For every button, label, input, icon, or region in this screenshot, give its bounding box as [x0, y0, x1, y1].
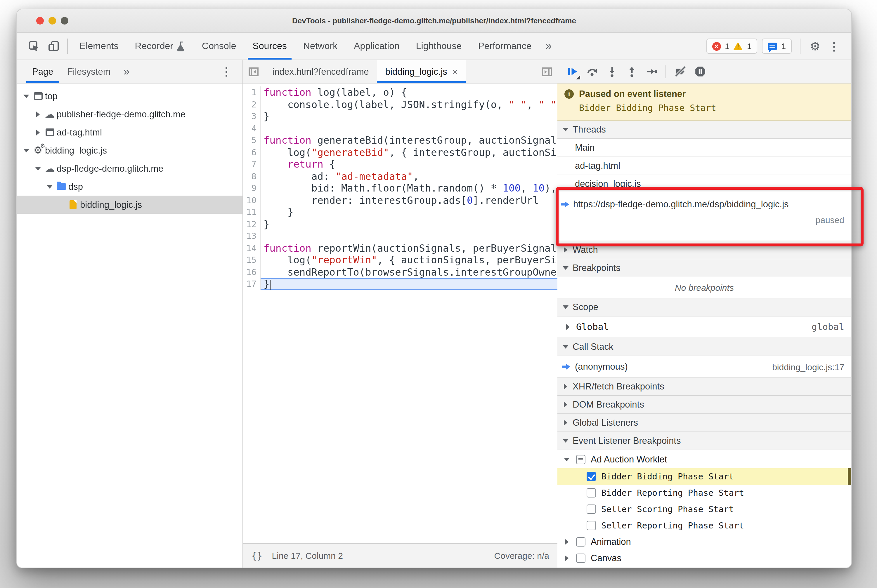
code-editor[interactable]: 1function log(label, o) {2 console.log(l…: [243, 84, 557, 543]
panel-tab-recorder[interactable]: Recorder: [126, 33, 194, 60]
panel-tab-performance[interactable]: Performance: [470, 33, 540, 60]
show-debugger-panel-icon[interactable]: [536, 60, 557, 83]
line-number[interactable]: 8: [243, 170, 260, 182]
thread-row-ad-tag-html[interactable]: ad-tag.html: [557, 157, 851, 175]
checkbox-indeterminate[interactable]: [576, 454, 585, 464]
frame-location-link[interactable]: bidding_logic.js:17: [772, 362, 844, 372]
step-out-icon[interactable]: [623, 63, 640, 80]
code-line-text[interactable]: log("generateBid", { interestGroup, auct…: [260, 146, 557, 158]
line-number[interactable]: 6: [243, 146, 260, 158]
listener-event-seller-scoring-phase-start[interactable]: Seller Scoring Phase Start: [557, 501, 851, 518]
kebab-menu-icon[interactable]: ⋮: [829, 40, 839, 52]
step-into-icon[interactable]: [603, 63, 620, 80]
pause-on-exceptions-icon[interactable]: [691, 63, 709, 80]
code-line-text[interactable]: }: [260, 218, 557, 230]
thread-row-paused[interactable]: https://dsp-fledge-demo.glitch.me/dsp/bi…: [557, 193, 851, 241]
line-number[interactable]: 4: [243, 122, 260, 134]
section-header-breakpoints[interactable]: Breakpoints: [557, 259, 851, 278]
inspect-element-icon[interactable]: [24, 33, 44, 60]
panel-tab-lighthouse[interactable]: Lighthouse: [408, 33, 470, 60]
panel-tab-console[interactable]: Console: [194, 33, 244, 60]
line-number[interactable]: 13: [243, 230, 260, 242]
pretty-print-icon[interactable]: {}: [251, 550, 263, 561]
section-header-scope[interactable]: Scope: [557, 298, 851, 316]
section-header-threads[interactable]: Threads: [557, 121, 851, 139]
editor-tab-bidding-logic-js[interactable]: bidding_logic.js×: [377, 60, 466, 83]
tree-item-top[interactable]: top: [17, 87, 242, 105]
code-line-text[interactable]: render: interestGroup.ads[0].renderUrl: [260, 194, 557, 206]
line-number[interactable]: 10: [243, 194, 260, 206]
close-tab-icon[interactable]: ×: [453, 67, 458, 76]
code-line-text[interactable]: }: [260, 278, 557, 290]
listener-category-animation[interactable]: Animation: [557, 534, 851, 550]
code-line-text[interactable]: ad: "ad-metadata",: [260, 170, 557, 182]
listener-category-canvas[interactable]: Canvas: [557, 550, 851, 566]
errors-warnings-badge[interactable]: ✕ 1 ! 1: [706, 39, 757, 54]
panel-tab-application[interactable]: Application: [346, 33, 408, 60]
tree-item-dsp[interactable]: dsp: [17, 177, 242, 196]
resume-dropdown-caret[interactable]: [576, 75, 580, 79]
checkbox-checked[interactable]: [587, 472, 596, 481]
thread-row-decision-logic-js[interactable]: decision_logic.js: [557, 175, 851, 193]
line-number[interactable]: 5: [243, 134, 260, 146]
code-line-text[interactable]: bid: Math.floor(Math.random() * 100, 10)…: [260, 182, 557, 194]
issues-badge[interactable]: 1: [762, 39, 792, 54]
tree-item-publisher-fledge-demo-glitch-me[interactable]: ☁publisher-fledge-demo.glitch.me: [17, 105, 242, 123]
editor-tab-index-html-fencedframe[interactable]: index.html?fencedframe: [264, 60, 377, 83]
code-line-text[interactable]: }: [260, 110, 557, 122]
scope-row-global[interactable]: Globalglobal: [557, 316, 851, 338]
call-stack-frame[interactable]: (anonymous)bidding_logic.js:17: [557, 356, 851, 378]
section-header-call-stack[interactable]: Call Stack: [557, 338, 851, 356]
line-number[interactable]: 14: [243, 242, 260, 254]
navigator-menu-icon[interactable]: ⋮: [215, 60, 238, 83]
line-number[interactable]: 7: [243, 158, 260, 170]
zoom-window-button[interactable]: [61, 17, 68, 24]
checkbox-unchecked[interactable]: [587, 521, 596, 530]
section-header-watch[interactable]: Watch: [557, 241, 851, 259]
line-number[interactable]: 9: [243, 182, 260, 194]
navigator-tab-filesystem[interactable]: Filesystem: [60, 60, 117, 83]
line-number[interactable]: 2: [243, 98, 260, 110]
close-window-button[interactable]: [36, 17, 44, 24]
more-navigator-tabs-chevron-icon[interactable]: »: [118, 60, 135, 83]
section-header-global-listeners[interactable]: Global Listeners: [557, 414, 851, 432]
line-number[interactable]: 1: [243, 86, 260, 98]
line-number[interactable]: 3: [243, 110, 260, 122]
thread-row-main[interactable]: Main: [557, 139, 851, 157]
panel-tab-network[interactable]: Network: [295, 33, 346, 60]
code-line-text[interactable]: function generateBid(interestGroup, auct…: [260, 134, 557, 146]
minimize-window-button[interactable]: [48, 17, 56, 24]
deactivate-breakpoints-icon[interactable]: [671, 63, 689, 80]
code-line-text[interactable]: sendReportTo(browserSignals.interestGrou…: [260, 266, 557, 278]
line-number[interactable]: 16: [243, 266, 260, 278]
section-header-dom-breakpoints[interactable]: DOM Breakpoints: [557, 396, 851, 414]
code-line-text[interactable]: [260, 230, 557, 242]
section-header-event-listener-breakpoints[interactable]: Event Listener Breakpoints: [557, 432, 851, 450]
code-line-text[interactable]: [260, 122, 557, 134]
listener-event-seller-reporting-phase-start[interactable]: Seller Reporting Phase Start: [557, 518, 851, 534]
navigator-tab-page[interactable]: Page: [25, 60, 60, 83]
tree-item-bidding-logic-js[interactable]: bidding_logic.js: [17, 196, 242, 214]
tree-item-dsp-fledge-demo-glitch-me[interactable]: ☁dsp-fledge-demo.glitch.me: [17, 159, 242, 177]
line-number[interactable]: 17: [243, 278, 260, 290]
panel-tab-sources[interactable]: Sources: [244, 33, 295, 60]
tree-item-bidding-logic-js[interactable]: ⚙bidding_logic.js: [17, 141, 242, 159]
step-icon[interactable]: [643, 63, 660, 80]
hide-navigator-icon[interactable]: [243, 60, 264, 83]
checkbox-unchecked[interactable]: [576, 554, 585, 563]
listener-event-bidder-reporting-phase-start[interactable]: Bidder Reporting Phase Start: [557, 484, 851, 501]
listener-category-ad-auction-worklet[interactable]: Ad Auction Worklet: [557, 450, 851, 468]
section-header-xhr-fetch-breakpoints[interactable]: XHR/fetch Breakpoints: [557, 378, 851, 396]
resume-icon[interactable]: [563, 63, 581, 80]
code-line-text[interactable]: function reportWin(auctionSignals, perBu…: [260, 242, 557, 254]
code-line-text[interactable]: console.log(label, JSON.stringify(o, " "…: [260, 98, 557, 110]
device-toolbar-icon[interactable]: [44, 33, 64, 60]
checkbox-unchecked[interactable]: [587, 504, 596, 514]
line-number[interactable]: 12: [243, 218, 260, 230]
panel-tab-elements[interactable]: Elements: [71, 33, 126, 60]
code-line-text[interactable]: function log(label, o) {: [260, 86, 557, 98]
line-number[interactable]: 15: [243, 254, 260, 266]
tree-item-ad-tag-html[interactable]: ad-tag.html: [17, 123, 242, 141]
more-panels-chevron-icon[interactable]: »: [540, 33, 558, 60]
code-line-text[interactable]: return {: [260, 158, 557, 170]
